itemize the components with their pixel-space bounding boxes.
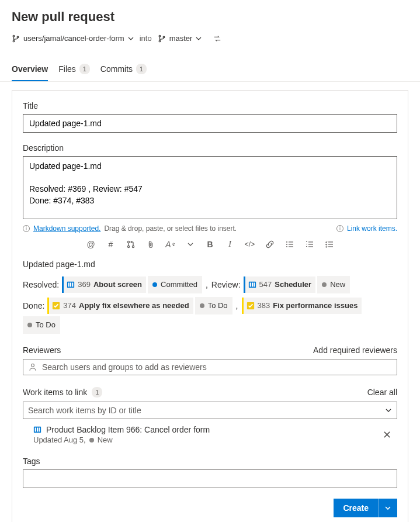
remove-work-item-button[interactable]: ✕: [379, 425, 395, 445]
preview-inline-label: Review:: [211, 277, 241, 292]
source-branch-name: users/jamal/cancel-order-form: [23, 34, 124, 43]
reviewers-label: Reviewers: [23, 345, 61, 355]
description-helper: i Markdown supported. Drag & drop, paste…: [23, 224, 397, 233]
description-textarea[interactable]: [23, 156, 397, 219]
branch-selector-row: users/jamal/cancel-order-form into maste…: [12, 34, 408, 43]
status-text: Committed: [161, 277, 197, 292]
create-dropdown-button[interactable]: [378, 499, 397, 517]
svg-rect-16: [308, 244, 313, 244]
linked-item-status: New: [98, 435, 113, 444]
linked-work-item: Product Backlog Item 966: Cancel order f…: [23, 419, 397, 445]
tags-input[interactable]: [23, 469, 397, 488]
svg-rect-31: [254, 283, 255, 287]
info-icon: i: [23, 225, 30, 232]
svg-point-9: [286, 241, 287, 243]
create-button[interactable]: Create: [334, 499, 378, 517]
svg-rect-29: [249, 283, 251, 287]
reviewers-search[interactable]: [23, 359, 397, 375]
svg-rect-14: [289, 246, 293, 247]
svg-rect-19: [306, 244, 307, 244]
svg-point-4: [159, 40, 161, 42]
tab-bar: Overview Files1 Commits1: [0, 59, 420, 82]
svg-rect-22: [328, 244, 333, 244]
into-label: into: [140, 34, 152, 43]
work-item-chip[interactable]: 383Fix performance issues: [242, 298, 362, 314]
work-items-label: Work items to link: [23, 388, 87, 397]
svg-point-0: [13, 35, 15, 37]
linked-item-updated: Updated Aug 5,: [33, 435, 86, 444]
work-items-search[interactable]: Search work items by ID or title: [23, 402, 397, 419]
list-bullet-icon[interactable]: [285, 240, 294, 249]
clear-all-button[interactable]: Clear all: [367, 388, 397, 397]
reviewers-input[interactable]: [42, 362, 392, 372]
svg-rect-26: [70, 283, 71, 287]
backlog-icon: [33, 426, 41, 434]
status-chip: New: [317, 276, 350, 293]
svg-point-2: [17, 36, 19, 37]
code-icon[interactable]: </>: [245, 240, 255, 249]
source-branch-selector[interactable]: users/jamal/cancel-order-form: [12, 34, 134, 43]
linked-item-title[interactable]: Product Backlog Item 966: Cancel order f…: [46, 425, 210, 434]
work-item-title: Fix performance issues: [273, 298, 357, 313]
work-items-section: Work items to link 1 Clear all Search wo…: [23, 387, 397, 445]
files-count-badge: 1: [79, 64, 90, 74]
work-item-chip[interactable]: 547Scheduler: [244, 276, 316, 293]
pr-icon[interactable]: [126, 240, 136, 249]
preview-title: Updated page-1.md: [23, 260, 397, 269]
bold-icon[interactable]: B: [206, 240, 215, 249]
svg-rect-37: [37, 428, 38, 432]
tags-label: Tags: [23, 457, 397, 466]
person-icon: [28, 362, 37, 372]
form-panel: Title Description i Markdown supported. …: [12, 90, 408, 522]
attachment-icon[interactable]: [146, 240, 155, 249]
work-items-count-badge: 1: [92, 387, 102, 397]
hash-icon[interactable]: #: [106, 240, 116, 249]
svg-rect-30: [252, 283, 253, 287]
preview-row-label: Resolved:: [23, 277, 59, 292]
add-required-reviewers-button[interactable]: Add required reviewers: [313, 345, 397, 355]
tab-commits[interactable]: Commits1: [100, 59, 147, 81]
work-item-title: Scheduler: [275, 277, 311, 292]
svg-point-5: [163, 36, 165, 37]
link-icon[interactable]: [265, 240, 275, 249]
work-item-id: 383: [258, 298, 270, 313]
footer: Create: [23, 488, 397, 517]
work-item-chip[interactable]: 369About screen: [62, 276, 146, 293]
work-item-title: Apply fix elsewhere as needed: [79, 298, 189, 313]
editor-toolbar: @ # A↯ B I </>: [23, 237, 397, 256]
checklist-icon[interactable]: [325, 240, 334, 249]
commits-count-badge: 1: [136, 64, 147, 74]
italic-icon[interactable]: I: [225, 240, 235, 249]
page-title: New pull request: [12, 9, 408, 25]
drag-hint: Drag & drop, paste, or select files to i…: [104, 224, 237, 233]
svg-rect-38: [39, 428, 40, 432]
mention-icon[interactable]: @: [86, 240, 96, 249]
status-text: To Do: [208, 298, 228, 313]
svg-point-11: [286, 246, 287, 247]
tab-overview[interactable]: Overview: [12, 59, 48, 81]
chevron-down-icon[interactable]: [186, 240, 195, 249]
branch-icon: [12, 34, 20, 43]
svg-rect-12: [289, 241, 293, 242]
work-item-chip[interactable]: 374Apply fix elsewhere as needed: [47, 298, 193, 314]
title-input[interactable]: [23, 114, 397, 133]
svg-rect-21: [328, 241, 333, 242]
svg-point-10: [286, 244, 287, 245]
work-item-id: 369: [78, 277, 91, 292]
list-numbered-icon[interactable]: [305, 240, 314, 249]
svg-rect-13: [289, 244, 293, 244]
separator: ,: [204, 277, 210, 292]
svg-rect-27: [72, 283, 73, 287]
svg-rect-36: [35, 428, 36, 432]
work-item-id: 547: [259, 277, 272, 292]
work-item-icon: [248, 281, 256, 289]
work-items-placeholder: Search work items by ID or title: [28, 406, 141, 415]
markdown-supported-link[interactable]: Markdown supported.: [33, 224, 100, 233]
link-work-items-link[interactable]: Link work items.: [347, 224, 397, 233]
svg-point-1: [13, 40, 15, 42]
swap-branches-button[interactable]: [213, 34, 221, 43]
tab-files[interactable]: Files1: [58, 59, 90, 81]
target-branch-selector[interactable]: master: [158, 34, 202, 43]
svg-rect-18: [306, 241, 307, 242]
text-style-icon[interactable]: A↯: [166, 240, 175, 249]
